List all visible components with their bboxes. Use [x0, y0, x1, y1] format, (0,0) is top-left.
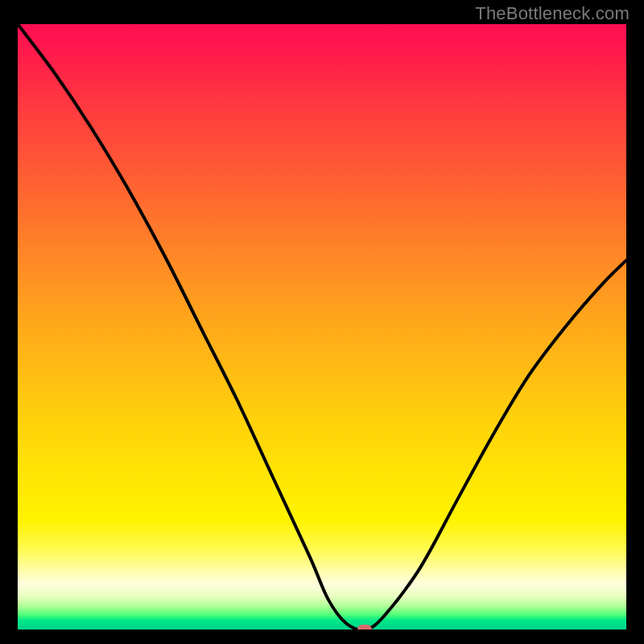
optimal-point-marker [357, 625, 372, 630]
curve-path [18, 24, 626, 630]
plot-area [18, 24, 626, 630]
chart-frame: TheBottleneck.com [0, 0, 644, 644]
bottleneck-curve [18, 24, 626, 630]
watermark-text: TheBottleneck.com [475, 3, 630, 24]
